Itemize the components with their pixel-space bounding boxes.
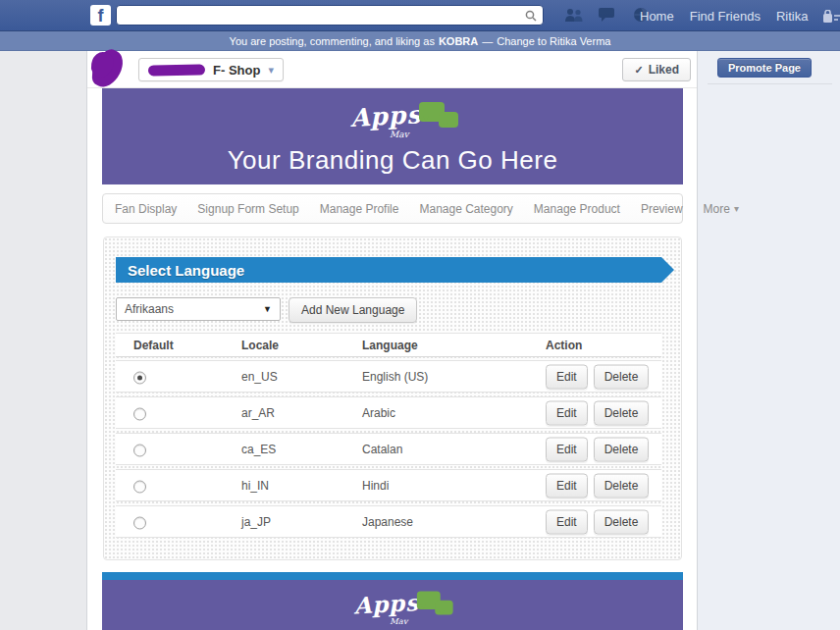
notice-prefix: You are posting, commenting, and liking … [230,35,435,47]
language-cell: English (US) [362,370,428,384]
change-voice-link[interactable]: Change to Ritika Verma [497,35,610,47]
delete-button[interactable]: Delete [594,473,650,498]
default-radio[interactable] [133,371,146,384]
rail-divider [708,83,832,84]
table-header-row: Default Locale Language Action [116,333,661,357]
tab-fan-display[interactable]: Fan Display [115,202,177,216]
locale-cell: en_US [241,370,278,384]
top-nav: Home Find Friends Ritika ⚙ [640,0,840,31]
chat-bubble-icon [439,112,458,128]
default-radio[interactable] [133,480,146,493]
messages-icon[interactable] [598,6,617,24]
language-dropdown[interactable]: Afrikaans ▼ [116,297,281,321]
app-content-column: F- Shop ▾ ✓ Liked Apps Mav Your Branding… [86,51,698,630]
branding-banner: Apps Mav Your Branding Can Go Here [102,88,683,184]
add-new-language-button[interactable]: Add New Language [289,297,417,323]
tab-preview[interactable]: Preview [641,202,683,216]
redacted-avatar-scribble [87,45,128,91]
banner-arrow-shape [661,257,674,283]
search-icon[interactable] [525,10,537,22]
search-input[interactable] [117,6,525,25]
logo-apps-text: Apps [349,100,422,132]
chat-bubble-icon [435,601,452,615]
language-cell: Catalan [362,443,402,456]
default-radio[interactable] [133,444,146,456]
header-action: Action [546,339,582,352]
footer-branding: Apps Mav [102,572,683,630]
table-row: ar_AR Arabic Edit Delete [116,396,661,429]
locale-cell: ca_ES [241,443,276,456]
tab-manage-profile[interactable]: Manage Profile [320,202,399,216]
dropdown-caret-icon: ▼ [263,304,272,314]
notice-identity: KOBRA [439,35,478,47]
left-gutter [0,51,86,630]
nav-profile-ritika[interactable]: Ritika [776,9,809,24]
page-header-strip: F- Shop ▾ ✓ Liked [87,51,697,88]
check-icon: ✓ [634,64,643,77]
language-cell: Arabic [362,406,395,420]
header-default: Default [133,339,174,352]
voice-notice-bar: You are posting, commenting, and liking … [0,31,840,51]
right-rail: Promote Page [698,51,840,630]
logo-mav-text: Mav [390,616,407,625]
tab-signup-form-setup[interactable]: Signup Form Setup [197,202,298,216]
language-cell: Japanese [362,515,413,529]
language-cell: Hindi [362,479,389,493]
facebook-logo[interactable]: f [90,5,111,26]
nav-find-friends[interactable]: Find Friends [690,9,761,24]
edit-button[interactable]: Edit [546,364,588,389]
edit-button[interactable]: Edit [546,509,588,534]
logo-mav-text: Mav [390,130,409,139]
edit-button[interactable]: Edit [546,437,588,461]
select-language-section: Select Language Afrikaans ▼ Add New Lang… [103,236,682,560]
promote-page-button[interactable]: Promote Page [717,58,812,78]
locale-cell: ar_AR [241,406,275,420]
breadcrumb-app-label: F- Shop [213,63,260,78]
edit-button[interactable]: Edit [546,473,588,498]
edit-button[interactable]: Edit [546,400,588,425]
delete-button[interactable]: Delete [594,400,650,425]
section-title-banner: Select Language [116,257,661,283]
header-language: Language [362,339,418,352]
tab-more[interactable]: More ▾ [704,202,739,216]
default-radio[interactable] [133,407,146,420]
locale-cell: ja_JP [241,515,271,529]
tab-more-label: More [704,202,730,216]
section-title: Select Language [116,262,244,279]
delete-button[interactable]: Delete [594,364,650,389]
delete-button[interactable]: Delete [594,509,650,534]
language-controls: Afrikaans ▼ Add New Language [116,297,417,323]
table-row: hi_IN Hindi Edit Delete [116,469,661,501]
redacted-page-name-scribble [148,64,205,76]
chevron-down-icon: ▾ [268,64,274,77]
search-bar [116,5,544,26]
app-tabs-bar: Fan Display Signup Form Setup Manage Pro… [102,193,683,224]
header-locale: Locale [241,339,279,352]
privacy-shortcuts-icon[interactable] [823,10,840,23]
footer-blue-stripe [102,572,683,580]
jewel-icons [564,6,651,24]
liked-label: Liked [649,63,679,77]
branding-tagline: Your Branding Can Go Here [102,145,683,176]
chevron-down-icon: ▾ [734,203,739,214]
table-row: ja_JP Japanese Edit Delete [116,505,661,538]
tab-manage-category[interactable]: Manage Category [419,202,512,216]
page-app-breadcrumb[interactable]: F- Shop ▾ [138,58,284,81]
friend-requests-icon[interactable] [564,6,584,24]
table-row: ca_ES Catalan Edit Delete [116,433,661,465]
appsmav-logo: Apps Mav [334,590,451,629]
language-table: Default Locale Language Action en_US Eng… [116,333,661,542]
liked-button[interactable]: ✓ Liked [622,58,691,81]
delete-button[interactable]: Delete [594,437,650,461]
nav-home[interactable]: Home [640,9,674,24]
table-row: en_US English (US) Edit Delete [116,360,661,393]
footer-purple-band: Apps Mav [102,580,683,630]
logo-apps-text: Apps [353,590,420,619]
appsmav-logo: Apps Mav [329,100,456,143]
default-radio[interactable] [133,516,146,529]
facebook-top-bar: f Home Find Friends Ritika ⚙ [0,0,840,31]
language-dropdown-value: Afrikaans [125,302,174,316]
tab-manage-product[interactable]: Manage Product [534,202,620,216]
locale-cell: hi_IN [241,479,269,493]
notice-dash: — [482,35,493,47]
